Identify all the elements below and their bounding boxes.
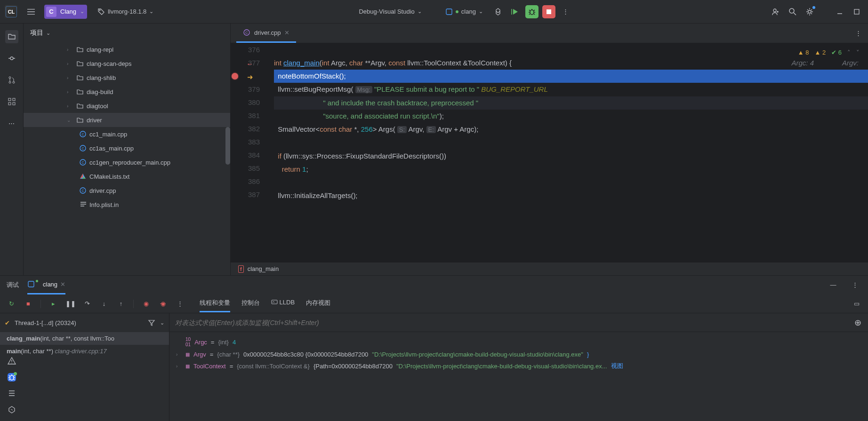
search-everywhere-button[interactable]: [786, 5, 799, 18]
target-icon: [445, 8, 453, 16]
maximize-button[interactable]: [850, 5, 863, 18]
tree-file[interactable]: Ccc1as_main.cpp: [24, 141, 230, 155]
thread-selector[interactable]: Thread-1-[...d] (20324): [15, 319, 143, 326]
pull-requests-tool-button[interactable]: [5, 73, 18, 87]
commit-tool-button[interactable]: [5, 52, 18, 65]
project-selector[interactable]: C Clang ⌄: [44, 5, 87, 19]
add-watch-button[interactable]: ⊕: [848, 318, 868, 328]
stop-debug-button[interactable]: ■: [24, 300, 33, 307]
svg-rect-0: [446, 9, 452, 15]
step-out-button[interactable]: ↑: [116, 300, 126, 307]
scrollbar-thumb[interactable]: [225, 127, 230, 165]
tree-item-label: diag-build: [87, 88, 113, 95]
debug-subtab[interactable]: LLDB: [271, 295, 295, 312]
breadcrumb-function[interactable]: clang_main: [248, 265, 279, 272]
svg-point-9: [9, 81, 11, 83]
debug-subtab[interactable]: 内存视图: [306, 295, 330, 312]
close-tab-button[interactable]: ✕: [284, 29, 289, 36]
chevron-right-icon[interactable]: ›: [67, 89, 73, 95]
tree-item-label: cc1gen_reproducer_main.cpp: [89, 159, 170, 166]
settings-button[interactable]: [803, 5, 816, 18]
debug-button[interactable]: [525, 5, 538, 18]
svg-rect-14: [13, 103, 15, 105]
tree-file[interactable]: Ccc1gen_reproducer_main.cpp: [24, 155, 230, 169]
filter-frames-button[interactable]: [148, 319, 155, 326]
stack-frame[interactable]: main(int, char **) clang-driver.cpp:17: [0, 345, 169, 357]
variable-row[interactable]: ›▦ Argv = {char **} 0x00000254bb8c3c80 {…: [169, 349, 868, 360]
breakpoint-icon[interactable]: [232, 73, 238, 79]
tree-item-label: cc1_main.cpp: [89, 131, 127, 138]
chevron-right-icon[interactable]: ›: [67, 75, 73, 80]
tree-file[interactable]: CMakeLists.txt: [24, 169, 230, 183]
debug-panel-more[interactable]: ⋮: [848, 278, 861, 292]
tree-file[interactable]: Ccc1_main.cpp: [24, 127, 230, 141]
chevron-right-icon[interactable]: ›: [67, 103, 73, 109]
step-into-button[interactable]: ↓: [99, 300, 109, 307]
project-tool-button[interactable]: [5, 30, 18, 43]
debug-panel-options[interactable]: —: [827, 278, 840, 292]
rerun-button[interactable]: ↻: [7, 300, 16, 307]
chevron-down-icon: ⌄: [149, 8, 153, 15]
build-config-selector[interactable]: Debug-Visual Studio ⌄: [354, 6, 426, 17]
project-tree[interactable]: ›clang-repl›clang-scan-deps›clang-shlib›…: [24, 42, 230, 275]
tree-item-label: diagtool: [87, 103, 108, 110]
minimize-button[interactable]: [833, 5, 846, 18]
variable-row[interactable]: 1001 Argc = {int} 4: [169, 335, 868, 349]
run-target-selector[interactable]: clang ⌄: [441, 6, 488, 17]
more-tools-button[interactable]: ⋯: [5, 117, 18, 130]
variable-row[interactable]: ›▦ ToolContext = {const llvm::ToolContex…: [169, 360, 868, 372]
tree-folder[interactable]: ›diagtool: [24, 99, 230, 113]
code-with-me-button[interactable]: [769, 5, 782, 18]
stop-button[interactable]: [542, 5, 555, 18]
tree-item-label: clang-repl: [87, 46, 113, 53]
svg-text:C: C: [81, 133, 84, 136]
expand-icon[interactable]: ›: [176, 352, 182, 357]
tree-item-label: driver: [87, 117, 102, 124]
tree-folder[interactable]: ›clang-scan-deps: [24, 56, 230, 71]
debug-subtab[interactable]: 线程和变量: [200, 295, 230, 312]
mute-breakpoints-button[interactable]: ◉: [158, 300, 168, 307]
tree-file[interactable]: Info.plist.in: [24, 198, 230, 212]
step-over-button[interactable]: ↷: [82, 300, 92, 307]
more-run-actions[interactable]: ⋮: [559, 5, 572, 18]
chevron-right-icon[interactable]: ›: [67, 47, 73, 52]
stack-frame[interactable]: clang_main(int, char **, const llvm::Too: [0, 332, 169, 345]
problems-tool-button[interactable]: [7, 356, 16, 365]
code-editor[interactable]: int clang_main(int Argc, char **Argv, co…: [268, 43, 868, 262]
evaluate-expression-input[interactable]: [169, 319, 848, 326]
debug-tool-label[interactable]: 调试: [7, 276, 19, 294]
editor-more-button[interactable]: ⋮: [849, 24, 868, 43]
tree-folder[interactable]: ›clang-repl: [24, 42, 230, 56]
debug-session-tab[interactable]: clang ✕: [27, 276, 65, 294]
expand-icon[interactable]: ›: [176, 364, 182, 369]
resume-button[interactable]: ▸: [48, 300, 58, 307]
structure-tool-button[interactable]: [5, 95, 18, 108]
build-button[interactable]: [491, 5, 505, 18]
svg-point-5: [808, 10, 811, 13]
cpp-file-icon: C: [79, 159, 87, 166]
vcs-tag-selector[interactable]: llvmorg-18.1.8 ⌄: [94, 6, 157, 17]
close-session-button[interactable]: ✕: [60, 281, 65, 288]
debug-tool-button[interactable]: [8, 373, 16, 381]
tree-folder[interactable]: ⌄driver: [24, 113, 230, 127]
editor-tab-driver[interactable]: C driver.cpp ✕: [236, 24, 296, 43]
pause-button[interactable]: ❚❚: [65, 300, 75, 307]
view-breakpoints-button[interactable]: ◉: [141, 300, 151, 307]
tree-folder[interactable]: ›clang-shlib: [24, 71, 230, 85]
tree-folder[interactable]: ›diag-build: [24, 85, 230, 99]
svg-point-4: [789, 8, 794, 13]
execution-pointer-icon: ➜: [247, 71, 253, 84]
debug-subtab[interactable]: 控制台: [241, 295, 260, 312]
todo-tool-button[interactable]: [8, 389, 16, 397]
run-button[interactable]: [508, 5, 522, 18]
chevron-down-icon[interactable]: ⌄: [160, 320, 164, 326]
main-menu-button[interactable]: [24, 5, 38, 18]
tree-file[interactable]: Cdriver.cpp: [24, 183, 230, 198]
services-tool-button[interactable]: [8, 405, 16, 413]
svg-point-1: [530, 10, 534, 15]
layout-button[interactable]: ▭: [852, 300, 861, 307]
debug-more-button[interactable]: ⋮: [175, 300, 185, 307]
chevron-down-icon[interactable]: ⌄: [67, 118, 73, 123]
tree-item-label: clang-shlib: [87, 74, 116, 81]
chevron-right-icon[interactable]: ›: [67, 61, 73, 66]
